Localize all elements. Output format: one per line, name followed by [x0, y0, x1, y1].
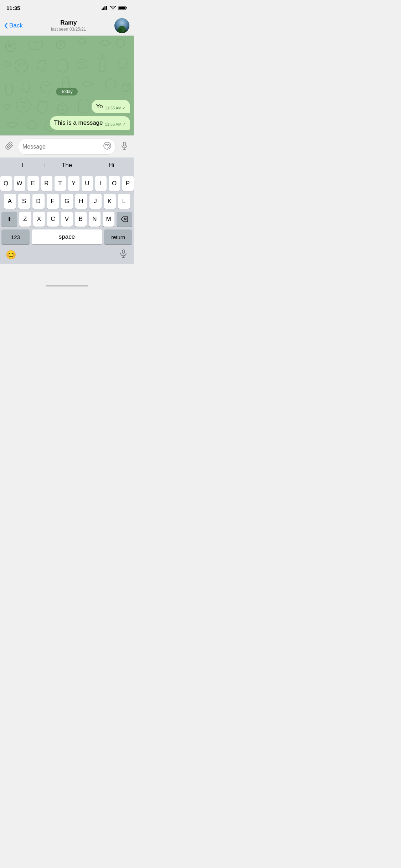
suggestion-3[interactable]: Hi	[89, 162, 134, 169]
delete-icon	[121, 216, 128, 222]
key-m[interactable]: M	[103, 212, 114, 227]
key-x[interactable]: X	[33, 212, 45, 227]
dictation-button[interactable]	[119, 249, 128, 260]
nav-bar: Back Ramy last seen 03/25/21	[0, 16, 134, 36]
key-q[interactable]: Q	[0, 176, 12, 191]
chat-messages-container: Today Yo 11:35 AM ✓ This is a message 11…	[0, 36, 134, 135]
attach-button[interactable]	[4, 140, 15, 154]
key-row-3: ⬆ Z X C V B N M	[1, 212, 132, 227]
key-y[interactable]: Y	[68, 176, 79, 191]
suggestion-2[interactable]: The	[45, 162, 89, 169]
key-g[interactable]: G	[61, 194, 73, 209]
chat-area: Today Yo 11:35 AM ✓ This is a message 11…	[0, 36, 134, 135]
keyboard-rows: Q W E R T Y U I O P A S D F G H J K L ⬆ …	[0, 173, 134, 246]
key-l[interactable]: L	[118, 194, 130, 209]
key-k[interactable]: K	[104, 194, 116, 209]
keyboard: I The Hi Q W E R T Y U I O P A S D F G H…	[0, 157, 134, 264]
status-icons	[102, 6, 127, 10]
key-z[interactable]: Z	[19, 212, 31, 227]
message-bubble-1: Yo 11:35 AM ✓	[92, 100, 130, 113]
message-input-wrapper[interactable]	[18, 139, 116, 155]
key-p[interactable]: P	[122, 176, 134, 191]
signal-icon	[102, 6, 108, 10]
key-b[interactable]: B	[75, 212, 87, 227]
key-row-2: A S D F G H J K L	[1, 194, 132, 209]
svg-rect-5	[126, 7, 127, 9]
keyboard-bottom-bar: 😊	[0, 246, 134, 264]
key-c[interactable]: C	[47, 212, 59, 227]
key-h[interactable]: H	[75, 194, 87, 209]
key-a[interactable]: A	[4, 194, 16, 209]
return-key[interactable]: return	[104, 229, 132, 244]
mic-icon	[120, 141, 129, 150]
suggestion-1[interactable]: I	[0, 162, 45, 169]
nav-center: Ramy last seen 03/25/21	[51, 19, 86, 32]
emoji-button[interactable]: 😊	[6, 250, 16, 260]
svg-rect-2	[104, 6, 106, 10]
key-t[interactable]: T	[55, 176, 66, 191]
home-indicator	[46, 285, 88, 286]
avatar-image	[114, 18, 129, 33]
message-text-1: Yo	[96, 103, 103, 110]
key-u[interactable]: U	[82, 176, 93, 191]
key-o[interactable]: O	[109, 176, 120, 191]
svg-rect-28	[123, 142, 125, 146]
key-row-4: 123 space return	[1, 229, 132, 244]
contact-name: Ramy	[60, 19, 77, 26]
wifi-icon	[110, 6, 116, 10]
sticker-icon	[103, 142, 111, 150]
back-label: Back	[9, 22, 23, 29]
contact-last-seen: last seen 03/25/21	[51, 27, 86, 32]
message-time-1: 11:35 AM	[105, 106, 122, 110]
key-v[interactable]: V	[61, 212, 73, 227]
message-check-2: ✓	[122, 122, 126, 127]
key-s[interactable]: S	[18, 194, 30, 209]
keyboard-suggestions: I The Hi	[0, 157, 134, 173]
dictation-mic-icon	[119, 249, 128, 258]
message-meta-1: 11:35 AM ✓	[105, 105, 126, 110]
date-badge: Today	[56, 88, 77, 95]
svg-rect-6	[119, 7, 125, 9]
key-n[interactable]: N	[89, 212, 101, 227]
chevron-left-icon	[4, 23, 8, 29]
contact-avatar[interactable]	[114, 18, 129, 33]
message-bubble-2: This is a message 11:35 AM ✓	[50, 116, 130, 130]
message-input-area	[0, 135, 134, 157]
status-bar: 11:35	[0, 0, 134, 16]
svg-rect-0	[102, 9, 103, 10]
key-f[interactable]: F	[47, 194, 59, 209]
message-input[interactable]	[22, 144, 101, 150]
numbers-key[interactable]: 123	[1, 229, 30, 244]
back-button[interactable]: Back	[4, 22, 23, 29]
delete-key[interactable]	[117, 212, 132, 227]
key-i[interactable]: I	[95, 176, 107, 191]
svg-rect-3	[106, 6, 107, 10]
key-w[interactable]: W	[14, 176, 25, 191]
svg-rect-1	[103, 7, 104, 10]
voice-message-button[interactable]	[119, 140, 130, 154]
message-row-1: Yo 11:35 AM ✓	[4, 100, 130, 113]
message-meta-2: 11:35 AM ✓	[105, 122, 126, 127]
message-row-2: This is a message 11:35 AM ✓	[4, 116, 130, 130]
attach-icon	[5, 141, 14, 150]
message-check-1: ✓	[122, 105, 126, 110]
status-time: 11:35	[6, 5, 20, 11]
message-time-2: 11:35 AM	[105, 122, 122, 126]
sticker-button[interactable]	[103, 142, 111, 151]
space-key[interactable]: space	[32, 229, 102, 244]
key-j[interactable]: J	[89, 194, 102, 209]
key-d[interactable]: D	[32, 194, 45, 209]
key-row-1: Q W E R T Y U I O P	[1, 176, 132, 191]
key-e[interactable]: E	[27, 176, 39, 191]
key-r[interactable]: R	[41, 176, 52, 191]
message-text-2: This is a message	[54, 119, 103, 127]
shift-key[interactable]: ⬆	[1, 212, 17, 227]
svg-rect-33	[122, 250, 124, 253]
svg-point-10	[117, 28, 122, 32]
battery-icon	[118, 6, 127, 10]
